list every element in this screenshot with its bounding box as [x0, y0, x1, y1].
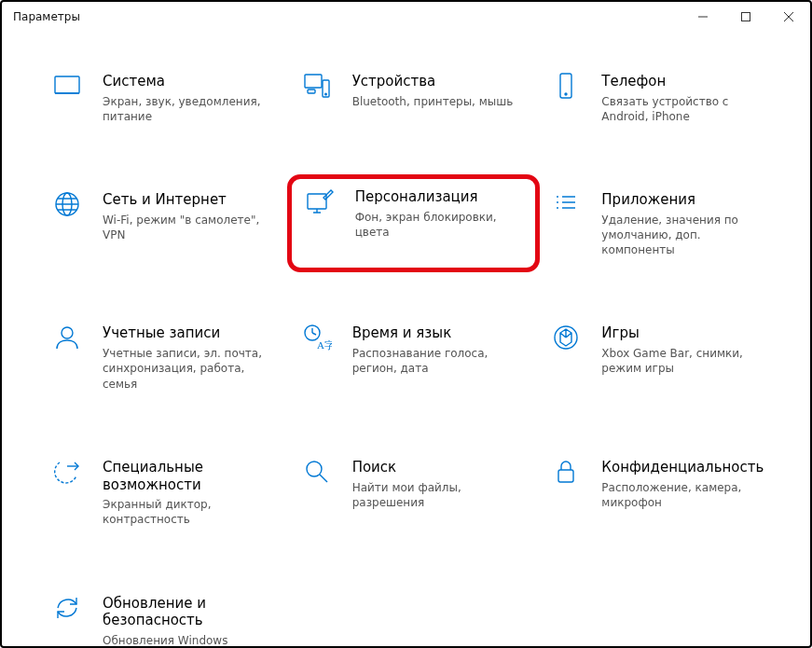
tile-desc: Wi-Fi, режим "в самолете", VPN	[103, 213, 270, 242]
tile-search[interactable]: Поиск Найти мои файлы, разрешения	[293, 451, 535, 533]
update-icon	[47, 593, 88, 634]
svg-text:A字: A字	[317, 339, 332, 351]
tile-title: Устройства	[352, 73, 514, 90]
tile-title: Система	[103, 73, 270, 90]
tile-desc: Экранный диктор, контрастность	[103, 497, 270, 527]
apps-icon	[545, 189, 586, 230]
tile-desc: Распознавание голоса, регион, дата	[352, 346, 520, 376]
svg-point-26	[62, 327, 73, 338]
svg-rect-35	[558, 470, 573, 482]
tile-personalization[interactable]: Персонализация Фон, экран блокировки, цв…	[287, 174, 541, 272]
devices-icon	[296, 71, 337, 112]
svg-line-34	[320, 475, 327, 482]
tile-desc: Связать устройство с Android, iPhone	[601, 94, 769, 124]
tile-update-security[interactable]: Обновление и безопасность Обновления Win…	[43, 587, 285, 648]
svg-point-8	[324, 93, 326, 95]
phone-icon	[545, 71, 586, 112]
settings-window: Параметры Система Экран, звук, уведомлен…	[0, 0, 812, 648]
svg-rect-17	[308, 194, 326, 209]
tile-title: Поиск	[352, 459, 520, 476]
tile-title: Приложения	[601, 191, 769, 209]
tile-title: Специальные возможности	[103, 459, 276, 494]
svg-point-11	[565, 93, 567, 95]
tile-privacy[interactable]: Конфиденциальность Расположение, камера,…	[542, 451, 784, 533]
svg-line-29	[312, 333, 316, 335]
tile-title: Конфиденциальность	[601, 459, 769, 476]
tile-title: Игры	[601, 324, 769, 342]
tile-title: Телефон	[601, 73, 769, 90]
close-button[interactable]	[767, 2, 810, 32]
tile-ease-of-access[interactable]: Специальные возможности Экранный диктор,…	[43, 451, 285, 533]
tile-desc: Bluetooth, принтеры, мышь	[352, 94, 514, 109]
network-icon	[47, 189, 88, 230]
tile-network[interactable]: Сеть и Интернет Wi-Fi, режим "в самолете…	[43, 184, 285, 263]
tile-devices[interactable]: Устройства Bluetooth, принтеры, мышь	[293, 65, 535, 130]
time-language-icon: A字	[296, 323, 337, 364]
tile-phone[interactable]: Телефон Связать устройство с Android, iP…	[542, 65, 784, 130]
svg-point-33	[307, 462, 322, 476]
svg-rect-4	[55, 76, 79, 93]
personalization-icon	[299, 186, 340, 227]
tile-desc: Xbox Game Bar, снимки, режим игры	[601, 346, 769, 376]
tile-desc: Найти мои файлы, разрешения	[352, 480, 520, 510]
tile-desc: Обновления Windows	[103, 633, 270, 648]
tile-system[interactable]: Система Экран, звук, уведомления, питани…	[43, 65, 285, 130]
tile-desc: Удаление, значения по умолчанию, доп. ко…	[601, 213, 769, 258]
tile-desc: Учетные записи, эл. почта, синхронизация…	[103, 346, 270, 392]
tile-desc: Расположение, камера, микрофон	[601, 480, 769, 510]
minimize-button[interactable]	[681, 2, 724, 32]
accounts-icon	[47, 323, 88, 364]
tile-title: Обновление и безопасность	[103, 595, 276, 630]
gaming-icon	[545, 323, 586, 364]
system-icon	[47, 71, 88, 112]
tile-desc: Фон, экран блокировки, цвета	[355, 210, 523, 240]
window-title: Параметры	[13, 10, 80, 23]
settings-grid: Система Экран, звук, уведомления, питани…	[2, 32, 810, 648]
tile-time-language[interactable]: A字 Время и язык Распознавание голоса, ре…	[293, 317, 535, 396]
privacy-icon	[545, 457, 586, 498]
tile-title: Сеть и Интернет	[103, 191, 270, 209]
tile-title: Персонализация	[355, 188, 523, 206]
tile-accounts[interactable]: Учетные записи Учетные записи, эл. почта…	[43, 317, 285, 396]
tile-desc: Экран, звук, уведомления, питание	[103, 94, 270, 124]
tile-title: Учетные записи	[103, 324, 270, 342]
ease-of-access-icon	[47, 457, 88, 498]
tile-gaming[interactable]: Игры Xbox Game Bar, снимки, режим игры	[542, 317, 784, 396]
search-icon	[296, 457, 337, 498]
window-controls	[681, 2, 810, 32]
svg-rect-1	[742, 13, 750, 21]
titlebar: Параметры	[2, 2, 810, 32]
svg-rect-9	[308, 90, 315, 93]
maximize-button[interactable]	[724, 2, 767, 32]
tile-apps[interactable]: Приложения Удаление, значения по умолчан…	[542, 184, 784, 263]
svg-rect-6	[305, 75, 322, 88]
tile-title: Время и язык	[352, 324, 520, 342]
